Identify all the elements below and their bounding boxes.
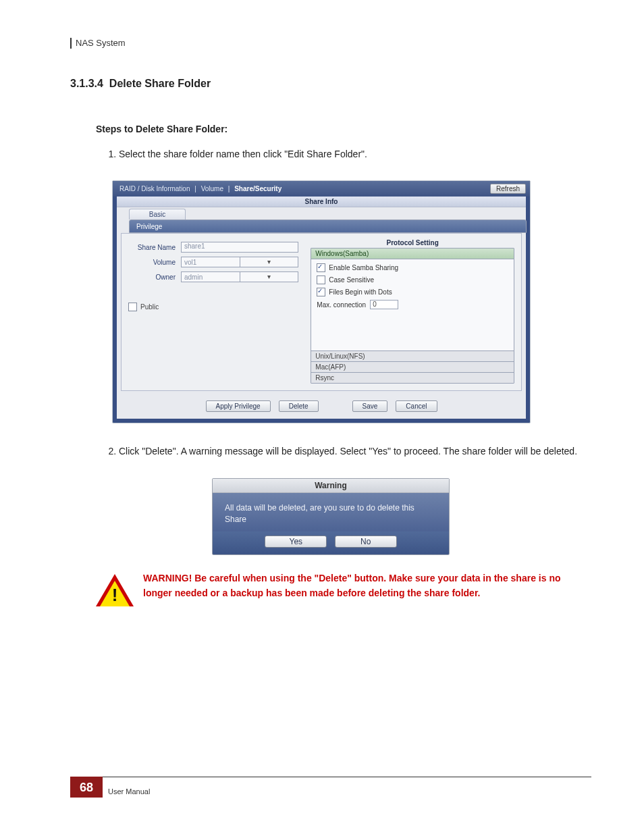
checkbox-files-dots[interactable]	[317, 288, 325, 296]
checkbox-case-sensitive[interactable]	[317, 276, 325, 284]
page-number: 68	[70, 777, 103, 798]
tab-volume[interactable]: Volume	[198, 185, 226, 192]
protocol-header-samba[interactable]: Windows(Samba)	[311, 249, 514, 259]
footer-label: User Manual	[103, 787, 150, 798]
chevron-down-icon[interactable]: ▾	[240, 272, 298, 282]
delete-button[interactable]: Delete	[279, 400, 319, 412]
tab-privilege[interactable]: Privilege	[129, 219, 527, 233]
step-2: Click "Delete". A warning message will b…	[119, 444, 591, 459]
save-button[interactable]: Save	[352, 400, 388, 412]
dialog-yes-button[interactable]: Yes	[265, 536, 327, 548]
dialog-no-button[interactable]: No	[335, 536, 397, 548]
warning-icon: !	[96, 574, 134, 606]
label-maxconn: Max. connection	[317, 301, 366, 309]
label-enable-samba: Enable Samba Sharing	[329, 264, 398, 271]
label-owner: Owner	[128, 273, 181, 281]
label-sharename: Share Name	[128, 244, 181, 251]
warning-dialog: Warning All data will be deleted, are yo…	[212, 478, 450, 556]
dialog-title: Warning	[213, 479, 449, 493]
refresh-button[interactable]: Refresh	[490, 184, 526, 194]
doc-header: NAS System	[76, 38, 591, 48]
select-volume[interactable]: vol1▾	[181, 257, 298, 267]
protocol-row-afp[interactable]: Mac(AFP)	[311, 361, 514, 372]
step-1: Select the share folder name then click …	[119, 147, 591, 161]
section-heading: 3.1.3.4 Delete Share Folder	[70, 78, 591, 90]
tab-basic[interactable]: Basic	[129, 209, 186, 219]
label-public: Public	[140, 303, 159, 311]
label-volume: Volume	[128, 259, 181, 266]
input-maxconn[interactable]: 0	[370, 300, 398, 309]
tab-raid[interactable]: RAID / Disk Information	[117, 185, 192, 192]
page-footer: 68 User Manual	[70, 777, 591, 798]
section-title: Delete Share Folder	[109, 78, 211, 89]
cancel-button[interactable]: Cancel	[396, 400, 437, 412]
protocol-row-nfs[interactable]: Unix/Linux(NFS)	[311, 350, 514, 361]
share-info-title: Share Info	[117, 197, 526, 207]
chevron-down-icon[interactable]: ▾	[240, 257, 298, 267]
nas-screenshot: RAID / Disk Information | Volume | Share…	[112, 180, 531, 423]
protocol-row-rsync[interactable]: Rsync	[311, 372, 514, 383]
input-sharename[interactable]: share1	[181, 242, 298, 253]
section-number: 3.1.3.4	[70, 78, 103, 89]
dialog-message: All data will be deleted, are you sure t…	[213, 493, 449, 532]
checkbox-public[interactable]	[128, 303, 137, 311]
select-owner[interactable]: admin▾	[181, 271, 298, 282]
nas-top-tabs: RAID / Disk Information | Volume | Share…	[117, 185, 284, 192]
label-files-dots: Files Begin with Dots	[329, 288, 392, 296]
label-case-sensitive: Case Sensitive	[329, 276, 374, 284]
steps-title: Steps to Delete Share Folder:	[96, 124, 591, 134]
apply-privilege-button[interactable]: Apply Privilege	[206, 400, 271, 412]
tab-share-security[interactable]: Share/Security	[232, 185, 284, 192]
checkbox-enable-samba[interactable]	[317, 263, 325, 272]
protocol-setting-title: Protocol Setting	[311, 238, 514, 248]
warning-text: WARNING! Be careful when using the "Dele…	[143, 571, 591, 600]
